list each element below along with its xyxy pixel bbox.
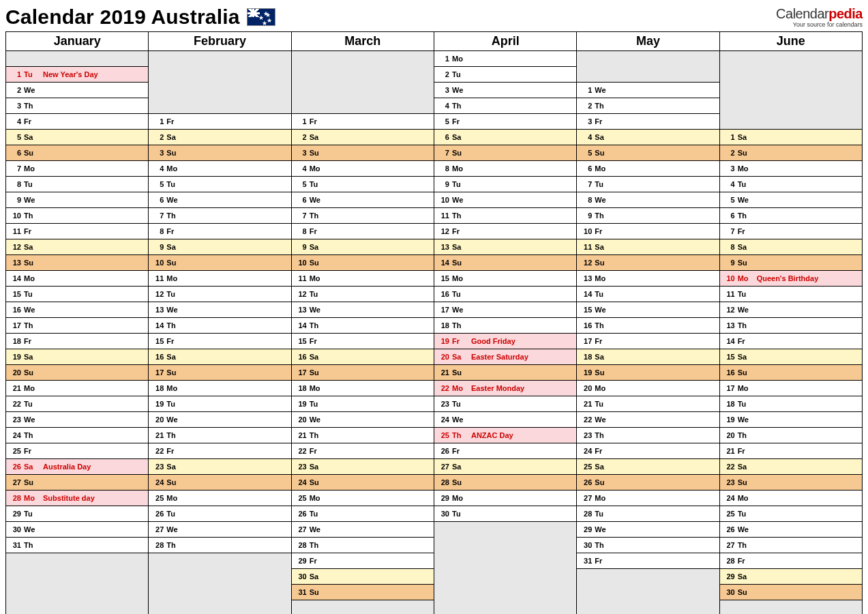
day-cell: 27Su [6, 475, 149, 491]
day-cell: 11Tu [719, 287, 862, 302]
day-cell: 15Sa [719, 349, 862, 365]
day-cell: 18Fr [6, 334, 149, 349]
day-cell: 28Su [434, 475, 576, 491]
empty-cell [6, 51, 149, 67]
day-cell: 21Mo [6, 381, 149, 396]
day-cell: 12Tu [149, 287, 291, 302]
day-cell: 30Sa [291, 569, 434, 585]
day-cell: 2We [6, 83, 149, 98]
day-cell: 20SaEaster Saturday [434, 349, 576, 365]
day-cell: 16Tu [434, 287, 576, 302]
day-cell: 15Tu [6, 287, 149, 302]
day-cell: 14Su [434, 255, 576, 271]
day-cell: 15Fr [149, 334, 291, 349]
day-cell: 25ThANZAC Day [434, 428, 576, 443]
calendar-table: JanuaryFebruaryMarchAprilMayJune 1Mo1TuN… [5, 31, 863, 614]
day-cell: 29Mo [434, 491, 576, 506]
day-cell: 5Tu [149, 177, 291, 192]
day-cell: 13Mo [577, 271, 719, 287]
day-cell: 2Sa [291, 130, 434, 145]
month-header-april: April [434, 32, 576, 51]
day-cell: 5Su [577, 145, 719, 161]
day-cell: 29Tu [6, 506, 149, 522]
day-cell: 23Sa [149, 459, 291, 475]
day-cell: 14Th [291, 318, 434, 334]
day-cell: 10Th [6, 208, 149, 224]
day-cell: 19Tu [291, 396, 434, 412]
day-cell: 30We [6, 522, 149, 538]
day-cell: 1Fr [291, 114, 434, 130]
header: Calendar 2019 Australia Calendarpedia Yo… [5, 5, 863, 29]
day-cell: 6We [291, 192, 434, 208]
empty-cell [149, 51, 291, 114]
day-cell: 9Th [577, 208, 719, 224]
day-cell: 5We [719, 192, 862, 208]
day-cell: 25Tu [719, 506, 862, 522]
day-cell: 3Su [149, 145, 291, 161]
day-cell: 28Tu [577, 506, 719, 522]
empty-cell [149, 553, 291, 615]
day-cell: 26Tu [149, 506, 291, 522]
day-cell: 20Mo [577, 381, 719, 396]
day-cell: 27Sa [434, 459, 576, 475]
day-cell: 8Tu [6, 177, 149, 192]
day-cell: 29We [577, 522, 719, 538]
day-cell: 26Fr [434, 443, 576, 459]
day-cell: 22Sa [719, 459, 862, 475]
day-cell: 1TuNew Year's Day [6, 67, 149, 83]
day-cell: 14Mo [6, 271, 149, 287]
day-cell: 25Mo [149, 491, 291, 506]
month-header-february: February [149, 32, 291, 51]
day-cell: 31Su [291, 585, 434, 600]
day-cell: 6Su [6, 145, 149, 161]
day-cell: 18Mo [149, 381, 291, 396]
day-cell: 26We [719, 522, 862, 538]
day-cell: 22Tu [6, 396, 149, 412]
day-cell: 3Su [291, 145, 434, 161]
day-cell: 4Tu [719, 177, 862, 192]
day-cell: 10Su [149, 255, 291, 271]
day-cell: 18Sa [577, 349, 719, 365]
day-cell: 6Sa [434, 130, 576, 145]
day-cell: 23Sa [291, 459, 434, 475]
day-cell: 21Fr [719, 443, 862, 459]
day-cell: 13Su [6, 255, 149, 271]
holiday-label: Substitute day [43, 494, 95, 502]
day-cell: 8Fr [291, 224, 434, 239]
day-cell: 10Su [291, 255, 434, 271]
day-cell: 7Th [149, 208, 291, 224]
day-cell: 1We [577, 83, 719, 98]
day-cell: 4Mo [149, 161, 291, 177]
day-cell: 19We [719, 412, 862, 428]
day-cell: 21Tu [577, 396, 719, 412]
month-header-march: March [291, 32, 434, 51]
day-cell: 3We [434, 83, 576, 98]
day-cell: 2Sa [149, 130, 291, 145]
holiday-label: Australia Day [43, 463, 91, 471]
day-cell: 28Th [291, 538, 434, 553]
day-cell: 16We [6, 302, 149, 318]
australia-flag-icon [247, 8, 275, 26]
day-cell: 15Mo [434, 271, 576, 287]
day-cell: 1Fr [149, 114, 291, 130]
holiday-label: ANZAC Day [471, 431, 513, 439]
day-cell: 11Mo [149, 271, 291, 287]
day-cell: 8Mo [434, 161, 576, 177]
day-cell: 27We [149, 522, 291, 538]
day-cell: 3Fr [577, 114, 719, 130]
day-cell: 4Th [434, 98, 576, 114]
day-cell: 16Sa [149, 349, 291, 365]
empty-cell [6, 553, 149, 615]
day-cell: 10Fr [577, 224, 719, 239]
month-header-may: May [577, 32, 719, 51]
day-cell: 6We [149, 192, 291, 208]
day-cell: 30Th [577, 538, 719, 553]
day-cell: 20We [149, 412, 291, 428]
empty-cell [577, 569, 719, 615]
day-cell: 28Th [149, 538, 291, 553]
page-title: Calendar 2019 Australia [5, 5, 240, 29]
day-cell: 1Mo [434, 51, 576, 67]
month-header-june: June [719, 32, 862, 51]
day-cell: 17We [434, 302, 576, 318]
day-cell: 7Th [291, 208, 434, 224]
